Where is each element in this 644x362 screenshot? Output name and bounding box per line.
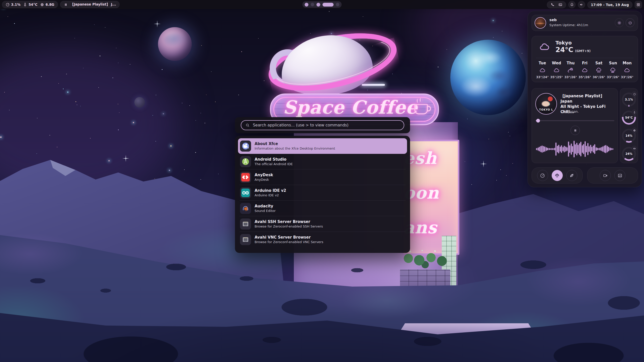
system-gauges-card: 3.1% 54°C 14%	[620, 88, 638, 163]
search-input[interactable]	[241, 120, 404, 130]
power-profiles-group	[532, 167, 583, 184]
volume-button[interactable]	[578, 1, 585, 8]
capture-icon	[617, 173, 623, 178]
user-name: seb	[549, 18, 557, 22]
app-description: Browse for Zeroconf-enabled VNC Servers	[255, 240, 323, 244]
workspace-dot[interactable]	[316, 3, 320, 7]
search-field[interactable]	[252, 123, 400, 128]
visualizer-bar	[571, 144, 572, 155]
app-title: Avahi SSH Server Browser	[255, 219, 323, 225]
visualizer-bar	[601, 147, 602, 151]
app-title: Android Studio	[255, 157, 293, 162]
clock-text: 17:09 - Tue, 19 Aug	[591, 3, 629, 7]
play-pause-button[interactable]	[571, 126, 580, 135]
app-text: Avahi SSH Server Browser Browse for Zero…	[255, 219, 323, 229]
system-stats-pill[interactable]: 3.1% 54°C 6.8G	[2, 1, 58, 8]
weather-timezone: (GMT+9)	[575, 49, 591, 53]
desktop: eshoonans Space Coffee 3.1%	[0, 0, 644, 362]
sign-light-tube	[362, 84, 385, 86]
app-list-item[interactable]: Audacity Sound Editor	[238, 201, 407, 216]
notifications-button[interactable]	[568, 1, 576, 8]
gauge-badge-icon	[633, 147, 636, 150]
app-list-item[interactable]: Android Studio The official Android IDE	[238, 154, 407, 169]
workspace-dot[interactable]	[305, 3, 308, 7]
stat-value: 54°C	[28, 3, 37, 7]
overview-button[interactable]	[635, 1, 642, 8]
app-text: Arduino IDE v2 Arduino IDE v2	[255, 188, 286, 198]
power-button[interactable]	[626, 18, 634, 27]
workspace-dot[interactable]	[336, 3, 339, 6]
neon-cup-icon	[414, 104, 428, 114]
album-art: TOKYO L	[535, 93, 557, 115]
visualizer-bar	[544, 147, 545, 152]
earth-planet	[450, 40, 526, 115]
app-list-item[interactable]: About Xfce Information about the Xfce De…	[238, 138, 407, 154]
forecast-day-name: Tue	[539, 61, 546, 65]
visualizer-bar	[575, 144, 576, 154]
power-profile-button[interactable]	[537, 170, 548, 181]
workspace-dot[interactable]	[323, 3, 334, 7]
stat-value: 3.1%	[11, 3, 20, 7]
settings-button[interactable]	[615, 18, 624, 27]
forecast-temps: 33°/26°	[607, 75, 619, 79]
visualizer-bar	[604, 146, 605, 153]
forecast-day: Thu 33°/26°	[565, 61, 577, 79]
visualizer-bar	[576, 143, 577, 155]
app-list-item[interactable]: Arduino IDE v2 Arduino IDE v2	[238, 185, 407, 201]
clock[interactable]: 17:09 - Tue, 19 Aug	[587, 1, 632, 8]
visualizer-bar	[586, 146, 587, 152]
app-list-item[interactable]: AnyDesk AnyDesk	[238, 169, 407, 185]
app-list-item[interactable]: Avahi VNC Server Browser Browse for Zero…	[238, 232, 407, 247]
gauge-badge-icon	[633, 129, 636, 132]
seek-bar[interactable]	[536, 120, 614, 121]
neon-word: esh	[404, 148, 454, 168]
now-playing-pill[interactable]: 【Japanese Playlist】 J...	[60, 1, 119, 8]
app-text: Android Studio The official Android IDE	[255, 157, 293, 167]
app-description: The official Android IDE	[255, 162, 293, 166]
visualizer-bar	[543, 146, 544, 152]
visualizer-bar	[561, 145, 562, 153]
forecast-weather-icon	[581, 67, 588, 74]
forecast-day-name: Sun	[609, 61, 617, 65]
app-text: Avahi VNC Server Browser Browse for Zero…	[255, 235, 323, 245]
visualizer-bar	[536, 148, 537, 150]
weather-forecast: Tue 33°/24° Wed 35°/25° Thu 33°/26°	[536, 61, 633, 79]
seek-knob[interactable]	[536, 119, 540, 123]
workspace-dot[interactable]	[311, 3, 314, 6]
pause-icon	[64, 3, 68, 7]
visualizer-bar	[608, 147, 609, 151]
app-icon	[240, 234, 251, 245]
forecast-weather-icon	[610, 67, 616, 74]
power-profile-button[interactable]	[566, 170, 577, 181]
phone-icon[interactable]	[550, 3, 555, 7]
app-list-item[interactable]: Avahi SSH Server Browser Browse for Zero…	[238, 216, 407, 232]
tray-pill[interactable]	[547, 1, 566, 8]
capture-button[interactable]	[600, 170, 611, 181]
forecast-temps: 35°/25°	[550, 75, 563, 79]
forecast-day-name: Fri	[582, 61, 588, 65]
forecast-day-name: Wed	[552, 61, 561, 65]
forecast-weather-icon	[539, 67, 546, 74]
bell-icon	[570, 3, 574, 7]
app-title: Audacity	[255, 204, 276, 209]
profile-icon	[554, 173, 560, 178]
user-card: seb System Uptime: 4h11m	[532, 15, 638, 31]
visualizer-bar	[547, 148, 548, 150]
gauge-badge	[632, 92, 637, 97]
forecast-day-name: Sat	[595, 61, 602, 65]
app-launcher-results: About Xfce Information about the Xfce De…	[235, 136, 410, 253]
visualizer-bar	[593, 146, 594, 153]
visualizer-bar	[553, 148, 554, 150]
widgets-panel: seb System Uptime: 4h11m Tokyo 24°C (GMT…	[528, 11, 642, 187]
forecast-weather-icon	[595, 67, 602, 74]
visualizer-bar	[564, 146, 565, 152]
visualizer-bar	[585, 141, 586, 157]
capture-button[interactable]	[614, 170, 625, 181]
wallpaper-icon[interactable]	[558, 3, 562, 7]
visualizer-bar	[562, 147, 564, 151]
workspace-switcher[interactable]	[302, 1, 342, 8]
gauge-badge	[632, 128, 637, 133]
system-stat: 6.8G	[40, 3, 54, 7]
system-gauge: 3.1%	[622, 93, 636, 107]
power-profile-button[interactable]	[552, 170, 563, 181]
